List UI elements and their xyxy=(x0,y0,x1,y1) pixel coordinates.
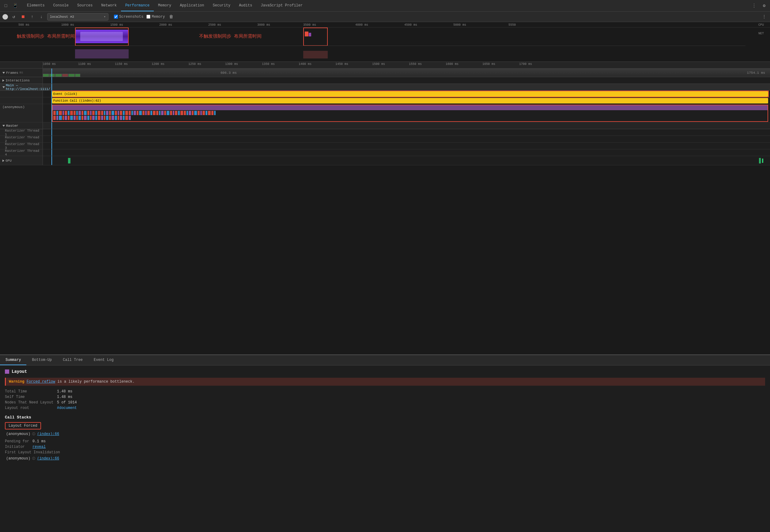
rasterizer-3: Rasterizer Thread 3 xyxy=(0,143,770,149)
screenshots-checkbox-label[interactable]: Screenshots xyxy=(114,15,143,19)
svg-rect-82 xyxy=(109,116,111,120)
tab-network[interactable]: Network xyxy=(97,0,121,11)
svg-rect-87 xyxy=(123,116,125,120)
reload-icon[interactable]: ↺ xyxy=(10,13,17,20)
upload-icon[interactable]: ↑ xyxy=(29,13,36,20)
svg-rect-24 xyxy=(111,111,114,115)
tab-security[interactable]: Security xyxy=(208,0,235,11)
gpu-text: GPU xyxy=(6,159,12,163)
svg-rect-81 xyxy=(106,116,108,120)
svg-rect-53 xyxy=(192,111,193,115)
ruler-4000: 4000 ms xyxy=(355,23,368,27)
settings-icon[interactable]: ⚙ xyxy=(761,2,768,9)
function-row-content[interactable]: Function Call ((index):62) xyxy=(43,97,770,104)
tab-bottom-up[interactable]: Bottom-Up xyxy=(26,355,57,365)
nodes-value: 5 of 1014 xyxy=(57,400,77,405)
download-icon[interactable]: ↓ xyxy=(38,13,45,20)
svg-rect-68 xyxy=(70,116,73,120)
timeline-overview[interactable]: 500 ms 1000 ms 1500 ms 2000 ms 2500 ms 3… xyxy=(0,22,770,62)
clear-icon[interactable]: 🗑 xyxy=(168,13,175,20)
total-time-label: Total Time xyxy=(5,389,54,394)
gpu-expand-icon[interactable] xyxy=(2,159,4,162)
detail-ruler-1350: 1350 ms xyxy=(262,62,275,66)
main-thread-header: Main — http://localhost:1111/ xyxy=(0,84,770,91)
svg-rect-11 xyxy=(76,111,78,115)
ruler-3500: 3500 ms xyxy=(303,23,316,27)
dense-bars-svg xyxy=(53,105,768,121)
frames-collapse-icon[interactable] xyxy=(2,72,5,74)
tab-summary[interactable]: Summary xyxy=(0,355,26,365)
tab-application[interactable]: Application xyxy=(175,0,208,11)
anonymous-row: (anonymous) xyxy=(0,104,770,122)
raster-collapse-icon[interactable] xyxy=(2,125,5,127)
screenshots-checkbox[interactable] xyxy=(114,15,118,19)
tab-audits[interactable]: Audits xyxy=(235,0,256,11)
anon-link-2[interactable]: (index):66 xyxy=(37,456,59,461)
more-settings-icon[interactable]: ⋮ xyxy=(761,13,768,20)
memory-checkbox[interactable] xyxy=(146,15,150,19)
tab-js-profiler[interactable]: JavaScript Profiler xyxy=(256,0,307,11)
svg-rect-5 xyxy=(59,111,62,115)
anonymous-content[interactable] xyxy=(43,104,770,122)
tab-performance[interactable]: Performance xyxy=(121,0,154,11)
initiator-link[interactable]: reveal xyxy=(32,445,46,449)
layout-root-value[interactable]: #document xyxy=(57,406,77,410)
svg-rect-46 xyxy=(173,111,174,115)
tab-memory[interactable]: Memory xyxy=(154,0,175,11)
record-icon[interactable] xyxy=(2,14,8,20)
stack-item-2: (anonymous) ⓘ (index):66 xyxy=(5,456,765,461)
svg-rect-89 xyxy=(129,116,131,120)
inspect-icon[interactable]: □ xyxy=(2,2,9,9)
svg-rect-52 xyxy=(189,111,191,115)
more-tabs-icon[interactable]: ⋮ xyxy=(752,3,757,9)
layout-forced-badge[interactable]: Layout Forced xyxy=(5,422,41,429)
tab-sources[interactable]: Sources xyxy=(73,0,97,11)
svg-rect-1 xyxy=(303,51,328,58)
svg-rect-31 xyxy=(131,111,133,115)
bottom-panel: Summary Bottom-Up Call Tree Event Log La… xyxy=(0,354,770,532)
svg-rect-16 xyxy=(90,111,92,115)
initiator-row: Initiator reveal xyxy=(5,445,765,449)
event-click-bar[interactable]: Event (click) xyxy=(52,91,768,97)
svg-rect-25 xyxy=(115,111,117,115)
svg-rect-23 xyxy=(109,111,111,115)
detail-ruler-1050: 1050 ms xyxy=(43,62,56,66)
tab-console[interactable]: Console xyxy=(49,0,73,11)
warning-bar: Warning Forced reflow is a likely perfor… xyxy=(5,378,765,386)
pending-value: 0.1 ms xyxy=(32,439,46,444)
interactions-expand-icon[interactable] xyxy=(2,79,4,82)
frames-text: Frames xyxy=(6,71,18,75)
anon-link-1[interactable]: (index):66 xyxy=(37,432,59,436)
detail-ruler-1700: 1700 ms xyxy=(519,62,532,66)
forced-reflow-link[interactable]: Forced reflow xyxy=(27,380,55,384)
tab-call-tree[interactable]: Call Tree xyxy=(57,355,88,365)
gpu-bar-3 xyxy=(762,159,763,163)
dropdown-icon[interactable]: ▾ xyxy=(103,15,106,19)
rt2-line xyxy=(51,136,52,142)
detail-ruler: 1050 ms 1100 ms 1150 ms 1200 ms 1250 ms … xyxy=(0,62,770,69)
initiator-label: Initiator xyxy=(5,445,29,449)
svg-rect-71 xyxy=(78,116,81,120)
call-stacks-title: Call Stacks xyxy=(5,415,765,420)
layout-color-box xyxy=(5,369,9,374)
tab-event-log[interactable]: Event Log xyxy=(88,355,119,365)
function-call-bar[interactable]: Function Call ((index):62) xyxy=(52,98,768,103)
bottom-tabs: Summary Bottom-Up Call Tree Event Log xyxy=(0,355,770,365)
svg-rect-50 xyxy=(184,111,186,115)
svg-rect-43 xyxy=(164,111,166,115)
tab-elements[interactable]: Elements xyxy=(23,0,49,11)
memory-checkbox-label[interactable]: Memory xyxy=(146,15,165,19)
stop-icon[interactable]: ⏹ xyxy=(20,13,26,20)
detail-ruler-1600: 1600 ms xyxy=(446,62,459,66)
rasterizer-4-label: Rasterizer Thread 4 xyxy=(0,149,43,156)
svg-rect-29 xyxy=(125,111,128,115)
url-bar[interactable]: localhost #2 ▾ xyxy=(47,13,108,21)
main-collapse-icon[interactable] xyxy=(2,86,5,88)
svg-rect-83 xyxy=(111,116,114,120)
rt4-line xyxy=(51,149,52,156)
event-row-content[interactable]: Event (click) xyxy=(43,91,770,97)
ruler-5500: 5550 xyxy=(509,23,516,27)
pending-row: Pending for 0.1 ms xyxy=(5,439,765,444)
raster-label: Raster xyxy=(0,122,43,129)
device-icon[interactable]: 📱 xyxy=(12,2,18,9)
